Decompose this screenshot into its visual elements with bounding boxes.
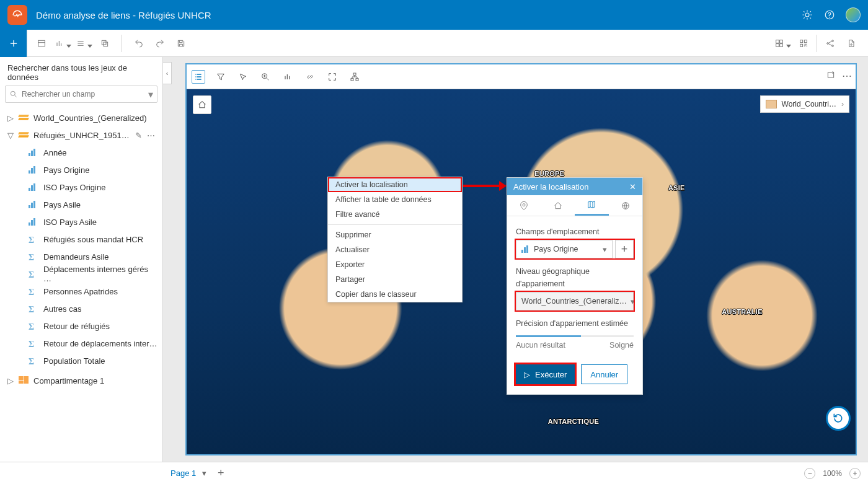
expand-icon[interactable]: ▷ [7,113,14,123]
add-location-field-button[interactable]: + [615,240,634,258]
home-extent-icon[interactable] [193,95,211,114]
search-field[interactable] [22,90,144,99]
dataset-row[interactable]: ▽ Réfugiés_UNHCR_1951… ✎ ⋯ [5,126,157,144]
continent-label: ANTARCTIQUE [548,418,600,425]
location-fields-label: Champs d'emplacement [516,227,634,236]
dialog-footer: ▷ Exécuter Annuler [507,357,642,394]
add-button[interactable] [0,30,27,57]
precision-progress [516,335,634,337]
menu-delete[interactable]: Supprimer [328,227,462,242]
continent-label: ASIE [668,184,685,191]
geo-level-select[interactable]: World_Countries_(Generaliz… ▾ [516,292,634,310]
share-icon[interactable] [820,33,841,54]
search-icon [9,90,18,99]
field-row[interactable]: ΣPersonnes Apatrides [29,283,157,300]
fullscreen-icon[interactable] [326,70,339,84]
widgets-dropdown-icon[interactable] [772,33,793,54]
redo-icon[interactable] [149,33,170,54]
chevron-down-icon[interactable]: ▾ [148,89,153,100]
more-icon[interactable]: ⋯ [147,131,155,140]
field-row[interactable]: ΣDéplacements internes gérés … [29,265,157,283]
fab-refresh[interactable] [826,406,851,431]
svg-rect-11 [800,44,803,46]
user-avatar[interactable] [846,7,861,22]
page-tab[interactable]: Page 1 ▾ [170,469,206,478]
save-icon[interactable] [170,33,192,54]
number-field-icon [29,149,37,156]
play-icon: ▷ [524,370,530,379]
toolbar-separator [817,35,817,52]
expand-icon[interactable]: ▷ [7,376,14,385]
chevron-down-icon: ▾ [631,297,635,306]
sum-field-icon: Σ [29,270,37,278]
close-icon[interactable]: ✕ [629,182,636,191]
field-label: ISO Pays Origine [43,183,105,192]
add-page-button[interactable]: + [213,465,229,482]
cancel-button[interactable]: Annuler [581,364,627,384]
undo-icon[interactable] [128,33,149,54]
qr-icon[interactable] [793,33,814,54]
flip-card-icon[interactable] [826,70,836,82]
search-input[interactable]: ▾ [5,86,157,103]
field-row[interactable]: ΣPopulation Totale [29,352,157,369]
help-icon[interactable] [823,9,836,21]
zoom-out-button[interactable]: − [804,468,815,479]
compartiment-row[interactable]: ▷ Compartimentage 1 [5,372,157,389]
duplicate-icon[interactable] [94,33,115,54]
field-row[interactable]: ΣRetour de déplacements inter… [29,335,157,352]
field-row[interactable]: Pays Asile [29,196,157,213]
legend-icon[interactable] [192,70,205,84]
edit-icon[interactable]: ✎ [135,131,142,140]
card-more-icon[interactable]: ⋯ [842,70,852,82]
tab-address[interactable] [541,195,575,216]
svg-point-12 [827,42,829,44]
menu-show-table[interactable]: Afficher la table de données [328,192,462,207]
continent-label: EUROPE [534,170,564,177]
field-row[interactable]: ΣAutres cas [29,300,157,317]
dataset-row[interactable]: ▷ World_Countries_(Generalized) [5,109,157,126]
menu-enable-location[interactable]: Activer la localisation [328,177,462,192]
svg-rect-8 [779,43,782,46]
field-row[interactable]: ISO Pays Origine [29,178,157,196]
field-row[interactable]: ΣDemandeurs Asile [29,248,157,265]
menu-export[interactable]: Exporter [328,257,462,272]
menu-copy[interactable]: Copier dans le classeur [328,287,462,302]
filter-icon[interactable] [214,70,228,84]
field-row[interactable]: ISO Pays Asile [29,213,157,231]
run-button[interactable]: ▷ Exécuter [516,364,575,384]
layer-chip[interactable]: World_Countri… › [760,95,849,113]
field-row[interactable]: Année [29,144,157,161]
menu-adv-filter[interactable]: Filtre avancé [328,207,462,222]
zoom-icon[interactable] [259,70,272,84]
data-pane: Rechercher dans tous les jeux de données… [0,57,163,462]
chevron-down-icon[interactable]: ▾ [202,469,206,478]
number-field-icon [29,218,37,226]
link-icon[interactable] [303,70,317,84]
menu-share[interactable]: Partager [328,272,462,287]
location-field-select[interactable]: Pays Origine ▾ [516,240,613,258]
hierarchy-icon[interactable] [348,70,361,84]
sum-field-icon: Σ [29,235,37,243]
tab-coordinates[interactable] [507,195,541,216]
tab-standard-geo[interactable] [609,195,643,216]
zoom-in-button[interactable]: + [849,468,861,479]
select-icon[interactable] [236,70,250,84]
geo-level-label-2: d'appariement [516,279,634,288]
tab-geography[interactable] [575,195,609,216]
field-row[interactable]: ΣRetour de réfugiés [29,317,157,335]
number-field-icon [29,201,37,208]
collapse-sidebar-handle[interactable]: ‹ [163,62,172,84]
collapse-icon[interactable]: ▽ [7,131,14,140]
field-row[interactable]: ΣRéfugiés sous mandat HCR [29,231,157,248]
settings-icon[interactable] [801,9,813,21]
dataset-label: Réfugiés_UNHCR_1951… [33,131,130,140]
dialog-header[interactable]: Activer la localisation ✕ [507,178,642,195]
list-dropdown-icon[interactable] [73,33,94,54]
table-icon[interactable] [31,33,52,54]
chart-icon[interactable] [281,70,294,84]
export-icon[interactable] [841,33,862,54]
chart-dropdown-icon[interactable] [52,33,73,54]
field-row[interactable]: Pays Origine [29,161,157,178]
menu-refresh[interactable]: Actualiser [328,242,462,257]
layer-swatch [766,100,777,108]
